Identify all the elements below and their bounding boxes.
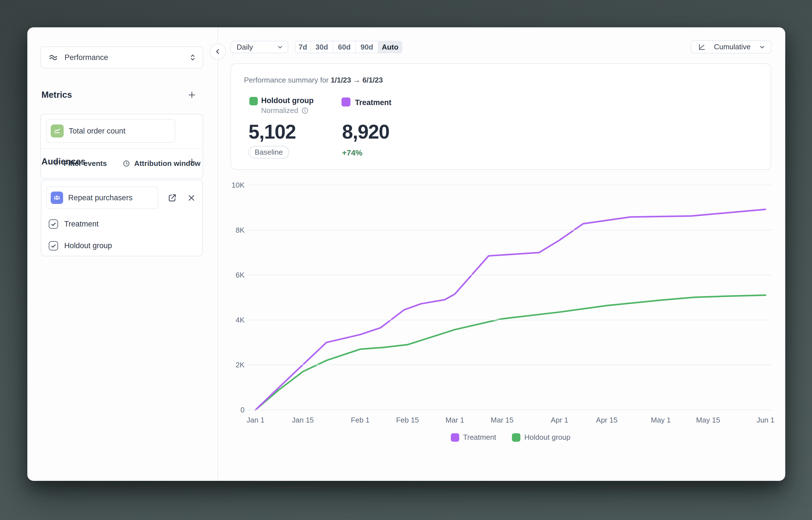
chart-mode-value: Cumulative xyxy=(706,43,758,51)
metric-chart-icon xyxy=(51,125,64,137)
dashboard-window: Performance Metrics Total order count xyxy=(27,27,785,481)
y-axis-label: 4K xyxy=(219,315,244,325)
series-line-treatment xyxy=(256,209,765,410)
date-range-segmented-control: 7d 30d 60d 90d Auto xyxy=(295,41,402,53)
metrics-heading: Metrics xyxy=(42,90,72,100)
audience-name: Repeat purchasers xyxy=(68,193,132,202)
range-60d-button[interactable]: 60d xyxy=(333,42,356,53)
range-90d-button[interactable]: 90d xyxy=(356,42,378,53)
range-7d-button[interactable]: 7d xyxy=(295,42,311,53)
gridline-6K xyxy=(248,275,771,275)
x-axis-label: Feb 1 xyxy=(341,415,380,425)
gridline-4K xyxy=(248,320,771,320)
chart-legend: TreatmentHoldout group xyxy=(256,433,765,442)
metric-input[interactable]: Total order count xyxy=(46,119,175,143)
legend-swatch xyxy=(512,433,520,442)
granularity-select[interactable]: Daily xyxy=(231,41,288,53)
group-row-treatment: Treatment xyxy=(49,219,99,229)
legend-swatch xyxy=(451,433,459,442)
chevron-up-down-icon xyxy=(188,53,197,62)
report-type-select[interactable]: Performance xyxy=(40,47,203,69)
summary-title: Performance summary for 1/1/23 → 6/1/23 xyxy=(244,76,383,84)
x-axis-label: Jan 1 xyxy=(236,415,275,425)
legend-item-holdout-group[interactable]: Holdout group xyxy=(512,433,570,442)
legend-item-treatment[interactable]: Treatment xyxy=(451,433,496,442)
x-axis-label: Jan 15 xyxy=(283,415,322,425)
metric-card: Total order count Filter events Attri xyxy=(40,114,203,179)
holdout-series-name: Holdout group xyxy=(261,96,314,105)
x-axis-label: Feb 15 xyxy=(388,415,427,425)
y-axis-label: 10K xyxy=(219,180,244,190)
holdout-total-value: 5,102 xyxy=(248,122,296,142)
line-chart-plot xyxy=(256,185,765,410)
holdout-series-subtitle: Normalized xyxy=(261,106,309,115)
gridline-0 xyxy=(248,410,771,410)
x-axis-label: Mar 1 xyxy=(435,415,474,425)
chevron-down-icon xyxy=(277,43,284,51)
cumulative-chart-icon xyxy=(698,43,706,51)
treatment-delta: +74% xyxy=(342,149,362,157)
gridline-8K xyxy=(248,230,771,230)
summary-title-prefix: Performance summary for xyxy=(244,76,331,84)
treatment-checkbox[interactable] xyxy=(49,219,58,229)
remove-audience-icon[interactable] xyxy=(187,193,196,203)
x-axis-label: Apr 15 xyxy=(587,415,627,425)
info-icon[interactable] xyxy=(301,107,309,114)
gridline-10K xyxy=(248,185,771,185)
y-axis-label: 0 xyxy=(219,405,244,415)
x-axis-label: Apr 1 xyxy=(540,415,579,425)
performance-summary-card: Performance summary for 1/1/23 → 6/1/23 … xyxy=(231,63,771,170)
legend-label: Treatment xyxy=(463,433,496,442)
add-metric-button[interactable] xyxy=(187,90,197,100)
summary-date-range: 1/1/23 → 6/1/23 xyxy=(331,76,383,84)
sidebar-divider xyxy=(217,27,218,481)
treatment-checkbox-label: Treatment xyxy=(64,220,99,229)
group-row-holdout: Holdout group xyxy=(49,241,112,251)
x-axis-label: May 15 xyxy=(688,415,728,425)
holdout-checkbox-label: Holdout group xyxy=(64,241,112,250)
legend-label: Holdout group xyxy=(524,433,570,442)
series-line-holdout-group xyxy=(256,295,765,410)
trending-lines-icon xyxy=(48,52,58,62)
audience-card: Repeat purchasers Treatment Holdout grou… xyxy=(41,180,203,256)
treatment-total-value: 8,920 xyxy=(342,122,389,142)
treatment-series-name: Treatment xyxy=(355,98,391,107)
chevron-down-icon xyxy=(758,43,766,51)
treatment-swatch xyxy=(341,98,350,106)
range-30d-button[interactable]: 30d xyxy=(311,42,333,53)
metric-name: Total order count xyxy=(69,127,125,135)
gridline-2K xyxy=(248,365,771,365)
x-axis-label: May 1 xyxy=(641,415,680,425)
audience-people-icon xyxy=(51,191,63,204)
granularity-value: Daily xyxy=(237,43,277,52)
holdout-swatch xyxy=(250,97,258,105)
x-axis-label: Jun 1 xyxy=(746,415,785,425)
audiences-heading: Audiences xyxy=(42,157,86,167)
collapse-sidebar-button[interactable] xyxy=(210,43,226,60)
y-axis-label: 8K xyxy=(219,225,244,235)
chart-mode-select[interactable]: Cumulative xyxy=(691,40,771,54)
external-link-icon[interactable] xyxy=(168,193,177,203)
range-auto-button[interactable]: Auto xyxy=(378,42,402,53)
baseline-badge: Baseline xyxy=(248,146,289,159)
add-audience-button[interactable] xyxy=(187,157,197,167)
normalized-label: Normalized xyxy=(261,106,298,115)
y-axis-label: 6K xyxy=(219,270,244,280)
report-type-label: Performance xyxy=(64,53,188,62)
x-axis-label: Mar 15 xyxy=(482,415,522,425)
holdout-checkbox[interactable] xyxy=(49,241,58,251)
audience-input[interactable]: Repeat purchasers xyxy=(46,186,158,209)
clock-icon xyxy=(123,160,130,167)
y-axis-label: 2K xyxy=(219,360,244,370)
